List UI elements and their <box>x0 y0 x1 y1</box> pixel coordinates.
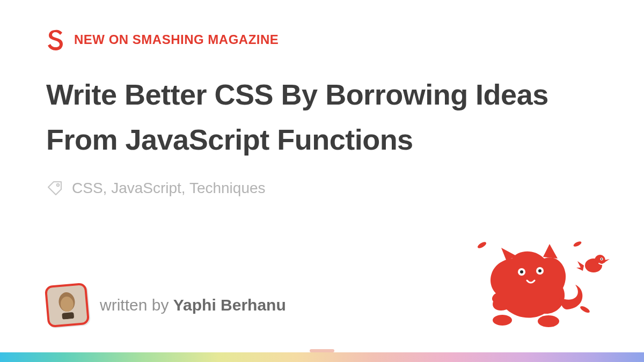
mascot-illustration <box>464 229 614 331</box>
svg-point-7 <box>493 315 512 326</box>
svg-point-8 <box>538 315 559 327</box>
svg-rect-3 <box>62 312 74 320</box>
author-row: written by Yaphi Berhanu <box>46 284 286 326</box>
social-card: NEW ON SMASHING MAGAZINE Write Better CS… <box>0 0 644 362</box>
tags-text: CSS, JavaScript, Techniques <box>72 180 266 197</box>
svg-point-5 <box>579 305 590 314</box>
svg-point-16 <box>601 258 602 260</box>
article-title: Write Better CSS By Borrowing Ideas From… <box>46 72 572 162</box>
byline: written by Yaphi Berhanu <box>100 296 286 314</box>
rainbow-footer <box>0 352 644 362</box>
smashing-logo-icon <box>46 29 64 50</box>
kicker-text: NEW ON SMASHING MAGAZINE <box>74 32 279 47</box>
svg-point-12 <box>538 269 541 272</box>
avatar-placeholder-icon <box>55 290 79 320</box>
svg-point-4 <box>477 241 487 249</box>
author-avatar <box>45 283 90 328</box>
svg-point-0 <box>57 184 59 186</box>
rainbow-tab <box>310 349 334 352</box>
svg-point-6 <box>573 240 582 247</box>
tags-row: CSS, JavaScript, Techniques <box>46 180 266 197</box>
kicker-row: NEW ON SMASHING MAGAZINE <box>46 29 279 50</box>
tag-icon <box>46 180 63 197</box>
byline-author-name: Yaphi Berhanu <box>173 296 286 314</box>
byline-prefix: written by <box>100 296 173 314</box>
svg-point-11 <box>520 270 523 274</box>
